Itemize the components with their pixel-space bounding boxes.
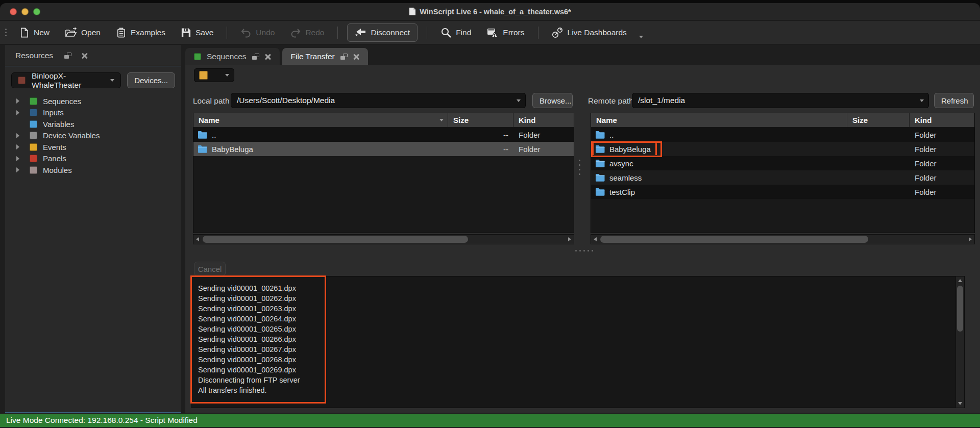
errors-button[interactable]: Errors bbox=[482, 24, 528, 41]
examples-icon bbox=[116, 27, 127, 38]
tab-bar: Sequences File Transfer bbox=[185, 48, 368, 65]
expand-arrow-icon[interactable] bbox=[16, 133, 30, 138]
scroll-down-icon[interactable] bbox=[956, 399, 964, 408]
open-button[interactable]: Open bbox=[61, 24, 105, 41]
scroll-right-icon[interactable] bbox=[566, 235, 574, 244]
live-dashboards-button[interactable]: Live Dashboards bbox=[548, 24, 631, 41]
horizontal-splitter-handle[interactable] bbox=[575, 250, 593, 251]
expand-arrow-icon[interactable] bbox=[16, 98, 30, 104]
remote-horizontal-scrollbar[interactable] bbox=[591, 234, 975, 244]
tree-item-color-icon bbox=[30, 155, 37, 162]
resources-tree: Sequences Inputs Variables bbox=[5, 95, 181, 176]
float-panel-icon[interactable] bbox=[64, 53, 71, 59]
tree-item[interactable]: Inputs bbox=[5, 107, 181, 119]
sequences-tab-icon bbox=[194, 53, 201, 60]
tab-sequences[interactable]: Sequences bbox=[185, 48, 280, 65]
cancel-button[interactable]: Cancel bbox=[194, 262, 226, 276]
open-folder-icon bbox=[65, 27, 77, 38]
expand-arrow-icon[interactable] bbox=[16, 167, 30, 172]
undo-button[interactable]: Undo bbox=[236, 24, 279, 41]
sequence-color-selector[interactable] bbox=[194, 68, 234, 82]
scroll-right-icon[interactable] bbox=[966, 235, 974, 244]
search-icon bbox=[440, 27, 452, 38]
file-transfer-panel: Local path /Users/Scott/Desktop/Media Br… bbox=[185, 65, 980, 413]
tree-item[interactable]: Modules bbox=[5, 164, 181, 176]
expand-arrow-icon[interactable] bbox=[16, 121, 30, 127]
column-header-name[interactable]: Name bbox=[591, 113, 847, 127]
tree-item[interactable]: Variables bbox=[5, 118, 181, 130]
scroll-left-icon[interactable] bbox=[591, 235, 599, 244]
scroll-up-icon[interactable] bbox=[956, 276, 964, 285]
tree-item[interactable]: Device Variables bbox=[5, 130, 181, 142]
file-kind: Folder bbox=[910, 145, 974, 154]
column-header-size[interactable]: Size bbox=[847, 113, 910, 127]
tab-sequences-label: Sequences bbox=[207, 52, 247, 61]
file-name: testClip bbox=[609, 188, 635, 196]
expand-arrow-icon[interactable] bbox=[16, 110, 30, 115]
file-row[interactable]: avsync Folder bbox=[591, 156, 974, 170]
zoom-window-button[interactable] bbox=[33, 8, 40, 15]
browse-button[interactable]: Browse... bbox=[532, 93, 573, 108]
file-row[interactable]: .. -- Folder bbox=[193, 128, 574, 142]
scroll-left-icon[interactable] bbox=[193, 235, 202, 244]
remote-path-combobox[interactable]: /slot_1/media bbox=[632, 93, 929, 108]
file-row[interactable]: seamless Folder bbox=[591, 170, 974, 185]
dashboards-gauges-icon bbox=[552, 27, 564, 38]
float-tab-icon[interactable] bbox=[340, 54, 348, 60]
log-vertical-scrollbar[interactable] bbox=[955, 276, 964, 408]
column-header-kind[interactable]: Kind bbox=[513, 113, 574, 127]
titlebar: WinScript Live 6 - whale_of_a_theater.ws… bbox=[0, 3, 980, 20]
vertical-splitter-handle[interactable] bbox=[579, 160, 580, 175]
expand-arrow-icon[interactable] bbox=[16, 156, 30, 161]
remote-table-body: .. Folder bbox=[591, 128, 974, 199]
file-row[interactable]: BabyBeluga -- Folder bbox=[193, 142, 574, 156]
folder-icon bbox=[595, 173, 605, 182]
chevron-down-icon bbox=[225, 74, 229, 77]
folder-icon bbox=[595, 159, 605, 167]
scrollbar-thumb[interactable] bbox=[957, 286, 963, 332]
close-tab-icon[interactable] bbox=[353, 54, 359, 60]
file-row[interactable]: .. Folder bbox=[591, 128, 974, 142]
device-selector[interactable]: BinloopX-WhaleTheater bbox=[11, 72, 121, 88]
status-text: Live Mode Connected: 192.168.0.254 - Scr… bbox=[6, 416, 198, 425]
disconnect-button[interactable]: Disconnect bbox=[347, 23, 418, 42]
devices-button[interactable]: Devices... bbox=[127, 72, 175, 88]
scrollbar-thumb[interactable] bbox=[203, 236, 468, 243]
tree-item[interactable]: Events bbox=[5, 141, 181, 153]
column-header-kind[interactable]: Kind bbox=[910, 113, 974, 127]
toolbar-drag-handle-icon[interactable] bbox=[5, 29, 7, 36]
device-color-icon bbox=[18, 77, 26, 84]
examples-button[interactable]: Examples bbox=[112, 24, 169, 41]
remote-file-table: Name Size Kind bbox=[591, 113, 975, 233]
close-tab-icon[interactable] bbox=[265, 54, 271, 60]
document-icon bbox=[409, 7, 416, 16]
find-button[interactable]: Find bbox=[436, 24, 475, 41]
tab-file-transfer[interactable]: File Transfer bbox=[282, 48, 368, 65]
save-button[interactable]: Save bbox=[177, 24, 217, 41]
scrollbar-thumb[interactable] bbox=[600, 236, 868, 243]
close-panel-icon[interactable] bbox=[82, 53, 88, 59]
selected-color-swatch bbox=[199, 71, 208, 80]
new-button[interactable]: New bbox=[15, 24, 54, 41]
toolbar-separator bbox=[427, 27, 427, 39]
column-header-size[interactable]: Size bbox=[448, 113, 513, 127]
folder-icon bbox=[198, 145, 207, 153]
column-header-name[interactable]: Name bbox=[193, 113, 448, 127]
local-horizontal-scrollbar[interactable] bbox=[193, 234, 574, 244]
expand-arrow-icon[interactable] bbox=[16, 144, 30, 149]
local-path-combobox[interactable]: /Users/Scott/Desktop/Media bbox=[231, 93, 526, 108]
tree-item[interactable]: Panels bbox=[5, 153, 181, 165]
toolbar-overflow-chevron-icon[interactable] bbox=[639, 36, 643, 38]
minimize-window-button[interactable] bbox=[21, 8, 29, 15]
toolbar-separator bbox=[538, 27, 538, 39]
refresh-button[interactable]: Refresh bbox=[934, 93, 974, 108]
device-selector-value: BinloopX-WhaleTheater bbox=[32, 71, 98, 90]
traffic-lights bbox=[10, 8, 40, 15]
tree-item[interactable]: Sequences bbox=[5, 95, 181, 107]
tree-item-color-icon bbox=[30, 143, 37, 151]
close-window-button[interactable] bbox=[10, 8, 17, 15]
float-tab-icon[interactable] bbox=[252, 54, 259, 60]
redo-button[interactable]: Redo bbox=[286, 24, 328, 41]
folder-icon bbox=[198, 131, 207, 139]
file-row[interactable]: testClip Folder bbox=[591, 185, 974, 199]
